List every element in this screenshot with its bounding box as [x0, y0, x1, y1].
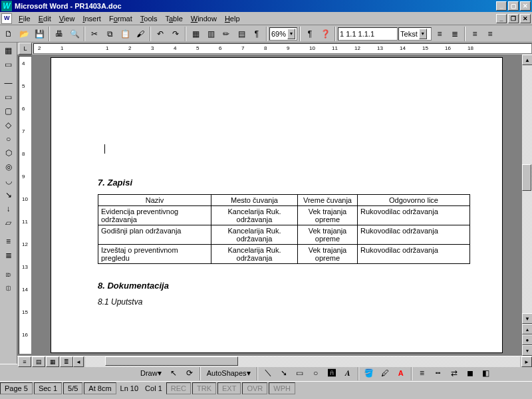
hscroll-thumb[interactable] — [105, 356, 238, 366]
paragraph-marks-button[interactable]: ¶ — [303, 27, 317, 41]
redo-button[interactable]: ↷ — [168, 27, 183, 41]
vertical-scrollbar[interactable]: ▲ ▼ ▴ ● ▾ — [521, 55, 532, 356]
table-cell[interactable]: Vek trajanja opreme — [298, 206, 358, 225]
line-icon[interactable]: ― — [1, 76, 16, 90]
dropdown-icon[interactable]: ▼ — [419, 29, 427, 39]
table-cell[interactable]: Kancelarija Ruk. održavanja — [211, 206, 298, 225]
menu-table[interactable]: Table — [161, 13, 186, 24]
arrow-tool-button[interactable]: ➘ — [277, 366, 291, 380]
columns-button[interactable]: ▥ — [203, 27, 218, 41]
align-center-button[interactable]: ≡ — [483, 27, 497, 41]
menu-insert[interactable]: Insert — [78, 13, 105, 24]
outline-number-combo[interactable]: 1 1.1 1.1.1 — [338, 27, 398, 41]
records-table[interactable]: Naziv Mesto čuvanja Vreme čuvanja Odgovo… — [98, 194, 470, 264]
office-assistant-button[interactable]: ❓ — [318, 27, 332, 41]
paste-button[interactable]: 📋 — [118, 27, 132, 41]
wordart-button[interactable]: 𝑨 — [340, 366, 355, 380]
table-grid-icon[interactable]: ▦ — [1, 44, 16, 57]
connector-icon[interactable]: ↘ — [1, 188, 16, 201]
rectangle-icon[interactable]: ▭ — [1, 90, 16, 104]
scroll-down-button[interactable]: ▼ — [522, 313, 532, 324]
copy-button[interactable]: ⧉ — [102, 27, 117, 41]
menu-help[interactable]: Help — [221, 13, 244, 24]
table-cell[interactable]: Rukovodilac održavanja — [358, 245, 470, 264]
menu-view[interactable]: View — [55, 13, 79, 24]
doc-map-button[interactable]: ▤ — [234, 27, 249, 41]
page-viewport[interactable]: 7. Zapisi Naziv Mesto čuvanja Vreme čuva… — [32, 55, 521, 356]
table-cell[interactable]: Kancelarija Ruk. održavanja — [211, 225, 298, 245]
hscroll-left-button[interactable]: ◄ — [73, 356, 84, 367]
rounded-rect-icon[interactable]: ▢ — [1, 104, 16, 118]
diamond-icon[interactable]: ◇ — [1, 118, 16, 132]
status-wph[interactable]: WPH — [269, 382, 295, 394]
insert-table-button[interactable]: ▦ — [188, 27, 203, 41]
status-ext[interactable]: EXT — [217, 382, 241, 394]
dash-style-button[interactable]: ┅ — [431, 366, 446, 380]
open-button[interactable]: 📂 — [17, 27, 31, 41]
browse-object-button[interactable]: ● — [522, 334, 532, 345]
menu-format[interactable]: Format — [105, 13, 136, 24]
textbox-tool-button[interactable]: 🅰 — [325, 366, 339, 380]
scroll-track[interactable] — [522, 65, 532, 313]
align-left-button[interactable]: ≡ — [467, 27, 482, 41]
print-button[interactable]: 🖶 — [52, 27, 66, 41]
undo-button[interactable]: ↶ — [153, 27, 168, 41]
subsection-8-1-heading[interactable]: 8.1 Uputstva — [98, 297, 469, 307]
numbering-button[interactable]: ≣ — [448, 27, 462, 41]
horizontal-scrollbar[interactable] — [85, 356, 520, 367]
scroll-up-button[interactable]: ▲ — [522, 55, 532, 65]
line-tool-button[interactable]: ＼ — [261, 366, 275, 380]
save-button[interactable]: 💾 — [32, 27, 47, 41]
zoom-combo[interactable]: 69%▼ — [269, 27, 297, 41]
maximize-button[interactable]: ▢ — [508, 1, 519, 11]
doc-close-button[interactable]: ✕ — [520, 14, 531, 23]
normal-view-button[interactable]: ≡ — [18, 356, 31, 367]
table-cell[interactable]: Godišnji plan održavanja — [98, 225, 211, 245]
para-lines-icon[interactable]: ≡ — [1, 235, 16, 248]
cut-button[interactable]: ✂ — [87, 27, 102, 41]
print-preview-button[interactable]: 🔍 — [67, 27, 82, 41]
group-icon[interactable]: ⎄ — [1, 267, 16, 281]
line-color-button[interactable]: 🖊 — [378, 366, 392, 380]
table-cell[interactable]: Vek trajanja opreme — [298, 245, 358, 264]
fill-color-button[interactable]: 🪣 — [362, 366, 376, 380]
menu-file[interactable]: File — [15, 13, 35, 24]
next-page-button[interactable]: ▾ — [522, 345, 532, 356]
section-7-heading[interactable]: 7. Zapisi — [98, 178, 469, 188]
hscroll-right-button[interactable]: ► — [521, 356, 532, 367]
table-cell[interactable]: Kancelarija Ruk. održavanja — [211, 245, 298, 264]
table-cell[interactable]: Evidencija preventivnog održavanja — [98, 206, 211, 225]
table-cell[interactable]: Rukovodilac održavanja — [358, 225, 470, 245]
drawing-button[interactable]: ✏ — [219, 27, 233, 41]
table-cell[interactable]: Rukovodilac održavanja — [358, 206, 470, 225]
outline-view-button[interactable]: ≣ — [60, 356, 73, 367]
format-painter-button[interactable]: 🖌 — [133, 27, 148, 41]
doc-icon[interactable] — [1, 13, 12, 24]
scroll-thumb[interactable] — [522, 164, 531, 191]
online-view-button[interactable]: ▤ — [32, 356, 45, 367]
new-doc-button[interactable]: 🗋 — [1, 27, 16, 41]
3d-button[interactable]: ◧ — [479, 366, 493, 380]
shadow-button[interactable]: ◼ — [463, 366, 477, 380]
dropdown-icon[interactable]: ▼ — [287, 29, 295, 39]
font-color-button[interactable]: A — [394, 366, 408, 380]
bullets-button[interactable]: ≡ — [432, 27, 447, 41]
style-combo[interactable]: Tekst▼ — [398, 27, 432, 41]
menu-tools[interactable]: Tools — [136, 13, 162, 24]
section-8-heading[interactable]: 8. Dokumentacija — [98, 281, 469, 291]
status-ovr[interactable]: OVR — [242, 382, 267, 394]
autoshapes-menu-button[interactable]: AutoShapes ▾ — [203, 366, 254, 380]
table-cell[interactable]: Izveštaj o preventivnom pregledu — [98, 245, 211, 264]
select-objects-button[interactable]: ↖ — [166, 366, 181, 380]
tab-selector[interactable]: L — [19, 43, 32, 55]
line-style-button[interactable]: ≡ — [415, 366, 430, 380]
status-trk[interactable]: TRK — [192, 382, 216, 394]
menu-window[interactable]: Window — [187, 13, 221, 24]
menu-edit[interactable]: Edit — [35, 13, 55, 24]
ring-icon[interactable]: ◎ — [1, 160, 16, 174]
oval-icon[interactable]: ○ — [1, 132, 16, 146]
arc-icon[interactable]: ◡ — [1, 174, 16, 188]
table-cell[interactable]: Vek trajanja opreme — [298, 225, 358, 245]
align-lines-icon[interactable]: ≣ — [1, 249, 16, 262]
prev-page-button[interactable]: ▴ — [522, 324, 532, 334]
